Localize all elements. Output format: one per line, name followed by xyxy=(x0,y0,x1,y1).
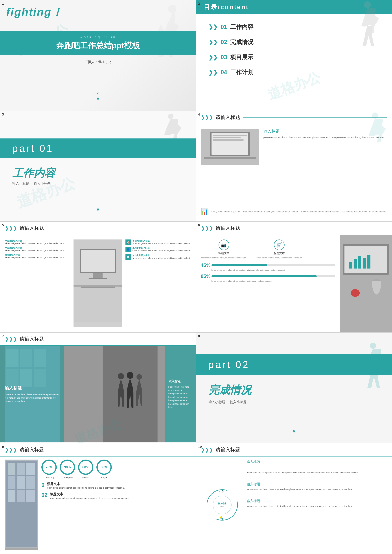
svg-text:输入标题: 输入标题 xyxy=(218,502,226,505)
circle-item-9-1: 75% photoshop xyxy=(42,460,57,479)
sub2-8: 输入小标题 xyxy=(230,400,247,404)
percent-num-6-2: 85% xyxy=(201,273,210,279)
part-text-3: part 01 xyxy=(12,143,54,154)
percent-row-6-2: 85% xyxy=(201,273,336,279)
list-row-5-1: 单击此处输入标题 when a cigarette falls in love … xyxy=(5,239,70,245)
percent-desc-6-2: lorem ipsum dolor sit amet, consectetur … xyxy=(211,280,336,282)
circle-label-9-4: maya xyxy=(101,476,107,479)
slide-10-right: 输入标题 please enter text here.please enter… xyxy=(247,460,387,550)
menu-num-4: 04 xyxy=(221,69,227,76)
slide-6-left: 📷 标题文本 lorem ipsum dolor sit amet, ea co… xyxy=(196,235,340,332)
arrow-icon-3: ❯❯ xyxy=(209,54,218,61)
slide-6-topbar: ❯❯❯ 请输入标题 xyxy=(196,222,392,235)
svg-rect-24 xyxy=(363,258,366,268)
arrow-icon-1: ❯❯ xyxy=(209,24,218,30)
list-content-9-2: lorem ipsum dolor sit amet, consectetur … xyxy=(50,497,129,500)
text-block-10-2: 输入标题 please enter text here please enter… xyxy=(247,499,387,508)
main-title: 奔跑吧工作总结ppt模板 xyxy=(56,40,140,51)
working-text: working 2030 xyxy=(80,35,116,39)
svg-point-38 xyxy=(127,372,133,379)
circle-ring-9-4: 85% xyxy=(97,460,112,475)
block-title-10-1: 输入标题 xyxy=(247,482,387,486)
slide-7-right-overlay: 输入标题 please enter text here please enter… xyxy=(165,346,196,442)
box-text-7-right: please enter text here please enter text… xyxy=(168,385,193,409)
sub1-3: 输入小标题 xyxy=(12,181,29,186)
svg-point-40 xyxy=(370,343,376,349)
menu-num-2: 02 xyxy=(221,39,227,45)
svg-point-39 xyxy=(136,374,142,380)
svg-text:💬: 💬 xyxy=(219,490,223,493)
slide-9-right: 75% photoshop 90% powerpoint 80% 3D max … xyxy=(42,460,191,550)
chart-icon-4: 📊 xyxy=(201,208,209,215)
svg-rect-8 xyxy=(213,135,247,136)
desc-6-1: lorem ipsum dolor sit amet, ea commodo c… xyxy=(201,256,247,259)
icon-box-5-3: 📋 xyxy=(126,254,131,260)
runner-silhouette-2 xyxy=(346,0,389,61)
circle-item-9-4: 85% maya xyxy=(97,460,112,479)
right-item-5-3: 📋 单击此处输入标题 when a cigarette falls in lov… xyxy=(126,254,191,260)
list-num-9-2: 02 xyxy=(42,492,48,498)
svg-rect-45 xyxy=(26,463,35,475)
arrow-icon-2: ❯❯ xyxy=(209,39,218,45)
svg-point-2 xyxy=(168,113,174,119)
right-label-5-3: 单击此处输入标题 xyxy=(133,254,190,257)
svg-rect-14 xyxy=(93,273,103,278)
svg-text:center: center xyxy=(220,506,224,508)
svg-point-53 xyxy=(213,496,231,514)
icons-row-6: 📷 标题文本 lorem ipsum dolor sit amet, ea co… xyxy=(201,239,336,259)
svg-rect-6 xyxy=(211,133,248,155)
slide-2-number: 2 xyxy=(198,2,200,6)
bar-fill-6-2 xyxy=(211,275,317,277)
circle-item-9-2: 90% powerpoint xyxy=(60,460,75,479)
list-label-5-2: 单击此处输入标题 xyxy=(5,246,67,249)
svg-rect-25 xyxy=(367,255,371,268)
svg-rect-17 xyxy=(81,287,115,288)
arrow-down-3: ∨ xyxy=(96,206,100,212)
list-text-5-1: when a cigarette falls in love with a ma… xyxy=(5,242,67,245)
slide-1: 1 fighting！ 道格办公 working 2030 奔跑吧工作总结ppt… xyxy=(0,0,196,111)
circle-ring-9-3: 80% xyxy=(78,460,93,475)
slide-4-image xyxy=(201,129,259,165)
slide-9-left-img xyxy=(5,460,38,550)
arrow-down-1: ∨ xyxy=(96,95,100,101)
circle-label-9-3: 3D max xyxy=(82,476,90,479)
box-text-7-left: please enter text here please enter text… xyxy=(5,393,60,403)
percent-desc-6-1: lorem ipsum dolor sit amet, consectetur … xyxy=(211,269,336,271)
svg-point-0 xyxy=(168,5,176,13)
right-label-5-1: 单击此处输入标题 xyxy=(133,239,190,242)
arrow-icon-4: ❯❯ xyxy=(209,69,218,76)
slide-6: 6 ❯❯❯ 请输入标题 📷 标题文本 lorem ipsum dolor sit… xyxy=(196,222,392,332)
list-item-9-2: 02 标题文本 lorem ipsum dolor sit amet, cons… xyxy=(42,492,191,500)
percent-num-6-1: 45% xyxy=(201,262,210,268)
svg-rect-7 xyxy=(204,157,256,159)
svg-rect-50 xyxy=(17,490,25,502)
svg-rect-44 xyxy=(17,463,25,475)
bar-bg-6-2 xyxy=(211,275,336,277)
slide-6-content: 📷 标题文本 lorem ipsum dolor sit amet, ea co… xyxy=(196,235,392,332)
slide-5-topbar: ❯❯❯ 请输入标题 xyxy=(0,222,196,235)
slide-9: 9 ❯❯❯ 请输入标题 xyxy=(0,443,196,554)
svg-point-52 xyxy=(207,490,238,520)
list-item-9-1: 0 标题文本 lorem ipsum dolor sit amet, conse… xyxy=(42,482,191,490)
block-text-10-1: please enter text here please enter text… xyxy=(247,488,387,491)
slide-5-title: 请输入标题 xyxy=(20,225,44,231)
slide-5-right: 🏠 单击此处输入标题 when a cigarette falls in lov… xyxy=(126,239,191,327)
circles-row-9: 75% photoshop 90% powerpoint 80% 3D max … xyxy=(42,460,191,479)
svg-rect-47 xyxy=(17,476,25,489)
arrow-deco-9: ❯❯❯ xyxy=(5,447,17,453)
icon-item-6-1: 📷 标题文本 lorem ipsum dolor sit amet, ea co… xyxy=(201,239,247,259)
list-num-9-1: 0 xyxy=(42,482,44,488)
slide-10-title: 请输入标题 xyxy=(216,446,240,453)
svg-point-37 xyxy=(118,373,124,379)
svg-point-1 xyxy=(364,1,371,8)
slide-6-right-img xyxy=(340,235,392,332)
slide-3: 3 part 01 工作内容 输入小标题 输入小标题 道格办公 ∨ xyxy=(0,111,196,222)
circle-label-9-1: photoshop xyxy=(44,476,54,479)
right-text-5-2: when a cigarette falls in love with a ma… xyxy=(133,250,190,252)
sub1-8: 输入小标题 xyxy=(209,400,225,404)
slide-2: 2 目录/content ❯❯ 01 工作内容 ❯❯ 02 完成情况 ❯❯ 03 xyxy=(196,0,392,111)
svg-rect-48 xyxy=(26,476,35,489)
menu-num-3: 03 xyxy=(221,54,227,61)
slide-7-topbar: ❯❯❯ 请输入标题 xyxy=(0,333,196,346)
arrow-deco-5: ❯❯❯ xyxy=(5,225,17,231)
